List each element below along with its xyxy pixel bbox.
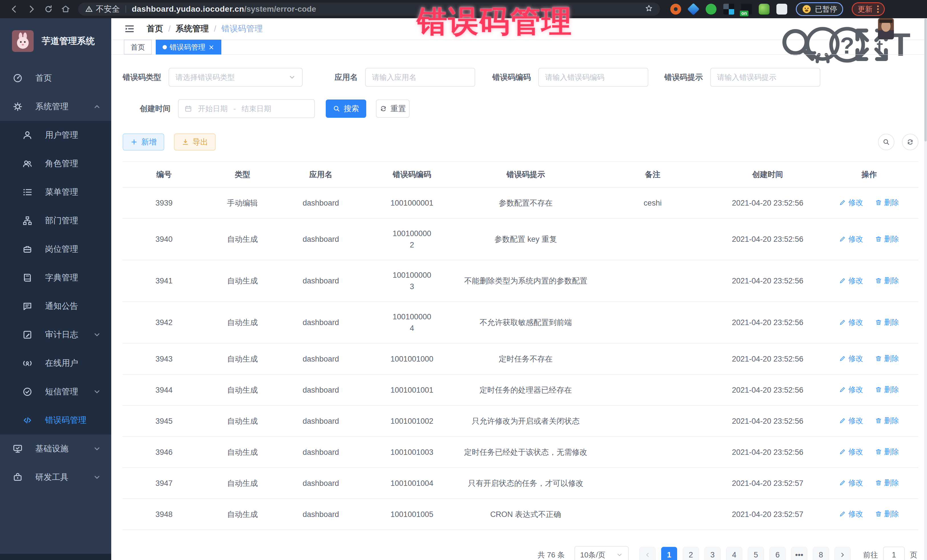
sidebar-item-dict[interactable]: 字典管理 [0,264,111,292]
delete-link[interactable]: 删除 [875,477,899,489]
add-button[interactable]: 新增 [123,134,164,150]
address-bar[interactable]: 不安全 dashboard.yudao.iocoder.cn/system/er… [78,3,660,16]
sidebar: 芋道管理系统 首页 系统管理 用户管理 角色管理 菜单管理 部门管理 岗位管理 … [0,18,111,560]
sidebar-item-audit-log[interactable]: 审计日志 [0,320,111,349]
sidebar-logo[interactable]: 芋道管理系统 [0,18,111,64]
sidebar-item-dept[interactable]: 部门管理 [0,206,111,235]
window-scrollbar[interactable] [924,18,927,560]
ext-green-icon[interactable] [706,4,716,15]
sidebar-item-system[interactable]: 系统管理 [0,93,111,121]
sidebar-item-infra[interactable]: 基础设施 [0,434,111,463]
col-code: 错误码编码 [362,162,462,187]
delete-link[interactable]: 删除 [875,508,899,519]
edit-link[interactable]: 修改 [839,233,863,244]
cell-actions: 修改 删除 [820,343,918,374]
app-name-input[interactable] [365,68,475,87]
edit-link[interactable]: 修改 [839,275,863,286]
delete-link[interactable]: 删除 [875,384,899,395]
delete-link[interactable]: 删除 [875,446,899,457]
github-icon[interactable] [780,23,791,34]
update-chip[interactable]: 更新 [852,2,885,16]
delete-link[interactable]: 删除 [875,233,899,244]
edit-link[interactable]: 修改 [839,415,863,426]
refresh-table-button[interactable] [902,134,918,150]
breadcrumb-home[interactable]: 首页 [147,23,163,35]
sidebar-item-post[interactable]: 岗位管理 [0,235,111,264]
page-button[interactable]: 6 [769,547,786,560]
edit-link[interactable]: 修改 [839,477,863,489]
edit-link[interactable]: 修改 [839,508,863,519]
page-size-select[interactable]: 10条/页 [574,546,629,560]
cell-actions: 修改 删除 [820,219,918,260]
delete-link[interactable]: 删除 [875,353,899,364]
page-button[interactable]: 5 [748,547,764,560]
ext-puzzle-icon[interactable] [777,4,787,15]
sidebar-item-user[interactable]: 用户管理 [0,121,111,149]
font-size-icon[interactable] [853,23,864,34]
sidebar-item-error-code[interactable]: 错误码管理 [0,406,111,434]
tab-close-icon[interactable] [208,44,214,50]
show-search-button[interactable] [878,134,895,150]
edit-link[interactable]: 修改 [839,446,863,457]
browser-menu-icon[interactable] [877,5,879,13]
scrollbar-thumb[interactable] [924,19,927,141]
sidebar-item-home[interactable]: 首页 [0,64,111,93]
tab-error-code[interactable]: 错误码管理 [156,39,221,55]
cell-type: 自动生成 [205,437,279,467]
goto-page-input[interactable] [883,546,905,560]
edit-link[interactable]: 修改 [839,384,863,395]
hamburger-icon[interactable] [124,23,135,35]
bookmark-star-icon[interactable] [644,4,653,15]
page-button[interactable]: 2 [683,547,699,560]
reset-button[interactable]: 重置 [376,100,410,118]
sidebar-item-menu[interactable]: 菜单管理 [0,178,111,206]
delete-link[interactable]: 删除 [875,197,899,208]
sidebar-item-dev-tools[interactable]: 研发工具 [0,463,111,492]
help-icon[interactable] [804,23,815,34]
error-code-input[interactable] [538,68,648,87]
next-page-button[interactable] [834,547,851,560]
sidebar-menu: 首页 系统管理 用户管理 角色管理 菜单管理 部门管理 岗位管理 字典管理 通知… [0,64,111,492]
ext-gem-icon[interactable] [687,3,700,15]
page-button[interactable]: 4 [726,547,742,560]
breadcrumb-system[interactable]: 系统管理 [176,23,209,35]
delete-link[interactable]: 删除 [875,275,899,286]
sidebar-item-role[interactable]: 角色管理 [0,149,111,178]
col-app: 应用名 [280,162,362,187]
not-secure-badge[interactable]: 不安全 [85,4,120,15]
cell-tip: 参数配置不存在 [462,187,590,219]
ext-onbadge-icon[interactable] [741,4,752,15]
sidebar-item-online-user[interactable]: 在线用户 [0,349,111,378]
ext-animal-icon[interactable] [759,4,769,15]
search-icon[interactable] [755,23,766,34]
main-area: 首页 / 系统管理 / 错误码管理 首页 [111,18,927,560]
edit-link[interactable]: 修改 [839,317,863,328]
profile-chip[interactable]: 已暂停 [796,2,843,16]
page-button[interactable]: 8 [813,547,829,560]
search-button[interactable]: 搜索 [326,100,366,118]
prev-page-button[interactable] [640,547,655,560]
delete-link[interactable]: 删除 [875,317,899,328]
ext-tiles-icon[interactable] [723,4,734,15]
caret-down-icon[interactable] [907,25,915,32]
edit-link[interactable]: 修改 [839,353,863,364]
delete-link[interactable]: 删除 [875,415,899,426]
tab-home[interactable]: 首页 [124,39,152,55]
sidebar-item-notice[interactable]: 通知公告 [0,292,111,320]
error-tip-input[interactable] [710,68,820,87]
edit-link[interactable]: 修改 [839,197,863,208]
page-ellipsis[interactable]: ••• [791,547,807,560]
browser-reload-icon[interactable] [40,3,57,15]
browser-back-icon[interactable] [6,3,23,15]
sidebar-item-sms[interactable]: 短信管理 [0,378,111,406]
ext-orange-icon[interactable] [670,4,681,15]
browser-forward-icon[interactable] [23,3,40,15]
page-button[interactable]: 3 [705,547,720,560]
page-button[interactable]: 1 [661,547,677,560]
error-type-select[interactable]: 请选择错误码类型 [169,68,302,87]
export-button[interactable]: 导出 [174,134,216,150]
browser-home-icon[interactable] [57,3,74,15]
date-range-picker[interactable]: 开始日期 - 结束日期 [178,99,315,118]
fullscreen-icon[interactable] [829,23,840,34]
user-avatar[interactable] [878,18,894,39]
